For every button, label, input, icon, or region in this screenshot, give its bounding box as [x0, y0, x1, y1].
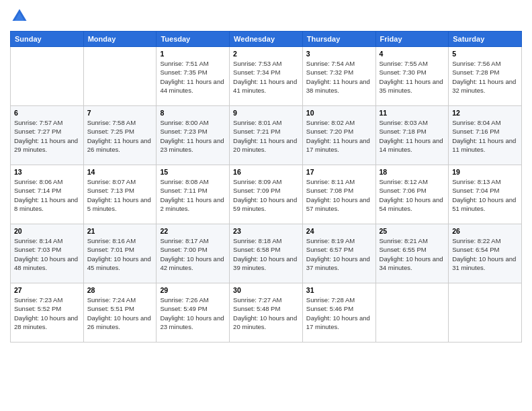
calendar-cell: 22Sunrise: 8:17 AM Sunset: 7:00 PM Dayli…	[157, 224, 230, 283]
calendar-cell: 27Sunrise: 7:23 AM Sunset: 5:52 PM Dayli…	[11, 283, 84, 342]
day-info: Sunrise: 8:11 AM Sunset: 7:08 PM Dayligh…	[306, 177, 372, 213]
calendar-cell	[375, 283, 449, 342]
day-number: 10	[306, 109, 372, 117]
day-number: 5	[452, 50, 518, 58]
day-info: Sunrise: 7:24 AM Sunset: 5:51 PM Dayligh…	[87, 295, 153, 331]
logo	[10, 7, 32, 26]
day-number: 11	[380, 109, 445, 117]
calendar-cell: 4Sunrise: 7:55 AM Sunset: 7:30 PM Daylig…	[375, 47, 449, 106]
calendar-cell: 17Sunrise: 8:11 AM Sunset: 7:08 PM Dayli…	[302, 165, 375, 224]
day-info: Sunrise: 8:13 AM Sunset: 7:04 PM Dayligh…	[452, 177, 518, 213]
calendar-cell	[449, 283, 522, 342]
day-info: Sunrise: 7:26 AM Sunset: 5:49 PM Dayligh…	[160, 295, 226, 331]
calendar-cell	[11, 47, 84, 106]
day-info: Sunrise: 7:53 AM Sunset: 7:34 PM Dayligh…	[233, 59, 299, 95]
day-number: 3	[306, 50, 372, 58]
day-info: Sunrise: 8:17 AM Sunset: 7:00 PM Dayligh…	[160, 236, 226, 272]
calendar-cell: 11Sunrise: 8:03 AM Sunset: 7:18 PM Dayli…	[375, 106, 449, 165]
weekday-header-sunday: Sunday	[11, 32, 84, 47]
day-number: 1	[160, 50, 226, 58]
day-info: Sunrise: 7:51 AM Sunset: 7:35 PM Dayligh…	[160, 59, 226, 95]
day-number: 27	[14, 286, 80, 294]
day-number: 21	[87, 227, 153, 235]
day-info: Sunrise: 8:07 AM Sunset: 7:13 PM Dayligh…	[87, 177, 153, 213]
day-info: Sunrise: 7:55 AM Sunset: 7:30 PM Dayligh…	[380, 59, 445, 95]
day-info: Sunrise: 7:57 AM Sunset: 7:27 PM Dayligh…	[14, 118, 80, 154]
calendar-cell: 2Sunrise: 7:53 AM Sunset: 7:34 PM Daylig…	[230, 47, 303, 106]
day-info: Sunrise: 8:14 AM Sunset: 7:03 PM Dayligh…	[14, 236, 80, 272]
day-number: 2	[233, 50, 299, 58]
day-info: Sunrise: 7:56 AM Sunset: 7:28 PM Dayligh…	[452, 59, 518, 95]
day-info: Sunrise: 8:01 AM Sunset: 7:21 PM Dayligh…	[233, 118, 299, 154]
calendar-cell: 24Sunrise: 8:19 AM Sunset: 6:57 PM Dayli…	[302, 224, 375, 283]
calendar-cell: 13Sunrise: 8:06 AM Sunset: 7:14 PM Dayli…	[11, 165, 84, 224]
week-row-3: 13Sunrise: 8:06 AM Sunset: 7:14 PM Dayli…	[11, 165, 522, 224]
day-number: 15	[160, 168, 226, 176]
calendar-cell: 20Sunrise: 8:14 AM Sunset: 7:03 PM Dayli…	[11, 224, 84, 283]
day-number: 24	[306, 227, 372, 235]
page: SundayMondayTuesdayWednesdayThursdayFrid…	[0, 0, 532, 411]
day-number: 20	[14, 227, 80, 235]
calendar-cell: 21Sunrise: 8:16 AM Sunset: 7:01 PM Dayli…	[83, 224, 157, 283]
day-info: Sunrise: 8:03 AM Sunset: 7:18 PM Dayligh…	[380, 118, 445, 154]
day-number: 28	[87, 286, 153, 294]
day-number: 22	[160, 227, 226, 235]
day-info: Sunrise: 8:02 AM Sunset: 7:20 PM Dayligh…	[306, 118, 372, 154]
day-info: Sunrise: 8:16 AM Sunset: 7:01 PM Dayligh…	[87, 236, 153, 272]
calendar-cell: 15Sunrise: 8:08 AM Sunset: 7:11 PM Dayli…	[157, 165, 230, 224]
day-info: Sunrise: 8:06 AM Sunset: 7:14 PM Dayligh…	[14, 177, 80, 213]
week-row-2: 6Sunrise: 7:57 AM Sunset: 7:27 PM Daylig…	[11, 106, 522, 165]
week-row-1: 1Sunrise: 7:51 AM Sunset: 7:35 PM Daylig…	[11, 47, 522, 106]
weekday-header-thursday: Thursday	[302, 32, 375, 47]
calendar-cell: 28Sunrise: 7:24 AM Sunset: 5:51 PM Dayli…	[83, 283, 157, 342]
calendar-cell: 19Sunrise: 8:13 AM Sunset: 7:04 PM Dayli…	[449, 165, 522, 224]
day-info: Sunrise: 8:09 AM Sunset: 7:09 PM Dayligh…	[233, 177, 299, 213]
day-number: 7	[87, 109, 153, 117]
calendar-cell: 18Sunrise: 8:12 AM Sunset: 7:06 PM Dayli…	[375, 165, 449, 224]
day-info: Sunrise: 8:04 AM Sunset: 7:16 PM Dayligh…	[452, 118, 518, 154]
calendar-cell: 5Sunrise: 7:56 AM Sunset: 7:28 PM Daylig…	[449, 47, 522, 106]
day-info: Sunrise: 8:21 AM Sunset: 6:55 PM Dayligh…	[380, 236, 445, 272]
calendar-cell: 10Sunrise: 8:02 AM Sunset: 7:20 PM Dayli…	[302, 106, 375, 165]
day-info: Sunrise: 7:54 AM Sunset: 7:32 PM Dayligh…	[306, 59, 372, 95]
weekday-header-tuesday: Tuesday	[157, 32, 230, 47]
day-number: 6	[14, 109, 80, 117]
calendar-cell	[83, 47, 157, 106]
day-info: Sunrise: 7:23 AM Sunset: 5:52 PM Dayligh…	[14, 295, 80, 331]
day-number: 31	[306, 286, 372, 294]
weekday-header-row: SundayMondayTuesdayWednesdayThursdayFrid…	[11, 32, 522, 47]
day-number: 19	[452, 168, 518, 176]
calendar-cell: 8Sunrise: 8:00 AM Sunset: 7:23 PM Daylig…	[157, 106, 230, 165]
day-number: 13	[14, 168, 80, 176]
calendar-cell: 30Sunrise: 7:27 AM Sunset: 5:48 PM Dayli…	[230, 283, 303, 342]
calendar-cell: 9Sunrise: 8:01 AM Sunset: 7:21 PM Daylig…	[230, 106, 303, 165]
day-number: 29	[160, 286, 226, 294]
calendar-cell: 14Sunrise: 8:07 AM Sunset: 7:13 PM Dayli…	[83, 165, 157, 224]
calendar-cell: 25Sunrise: 8:21 AM Sunset: 6:55 PM Dayli…	[375, 224, 449, 283]
weekday-header-saturday: Saturday	[449, 32, 522, 47]
weekday-header-friday: Friday	[375, 32, 449, 47]
calendar-cell: 3Sunrise: 7:54 AM Sunset: 7:32 PM Daylig…	[302, 47, 375, 106]
weekday-header-monday: Monday	[83, 32, 157, 47]
day-info: Sunrise: 7:58 AM Sunset: 7:25 PM Dayligh…	[87, 118, 153, 154]
calendar-table: SundayMondayTuesdayWednesdayThursdayFrid…	[10, 31, 522, 342]
day-number: 25	[380, 227, 445, 235]
calendar-cell: 6Sunrise: 7:57 AM Sunset: 7:27 PM Daylig…	[11, 106, 84, 165]
day-info: Sunrise: 7:27 AM Sunset: 5:48 PM Dayligh…	[233, 295, 299, 331]
calendar-cell: 16Sunrise: 8:09 AM Sunset: 7:09 PM Dayli…	[230, 165, 303, 224]
weekday-header-wednesday: Wednesday	[230, 32, 303, 47]
week-row-5: 27Sunrise: 7:23 AM Sunset: 5:52 PM Dayli…	[11, 283, 522, 342]
day-number: 30	[233, 286, 299, 294]
week-row-4: 20Sunrise: 8:14 AM Sunset: 7:03 PM Dayli…	[11, 224, 522, 283]
day-number: 18	[380, 168, 445, 176]
calendar-cell: 26Sunrise: 8:22 AM Sunset: 6:54 PM Dayli…	[449, 224, 522, 283]
day-info: Sunrise: 7:28 AM Sunset: 5:46 PM Dayligh…	[306, 295, 372, 331]
day-number: 17	[306, 168, 372, 176]
calendar-cell: 7Sunrise: 7:58 AM Sunset: 7:25 PM Daylig…	[83, 106, 157, 165]
calendar-cell: 23Sunrise: 8:18 AM Sunset: 6:58 PM Dayli…	[230, 224, 303, 283]
day-number: 4	[380, 50, 445, 58]
day-info: Sunrise: 8:08 AM Sunset: 7:11 PM Dayligh…	[160, 177, 226, 213]
calendar-cell: 29Sunrise: 7:26 AM Sunset: 5:49 PM Dayli…	[157, 283, 230, 342]
day-number: 26	[452, 227, 518, 235]
day-number: 12	[452, 109, 518, 117]
